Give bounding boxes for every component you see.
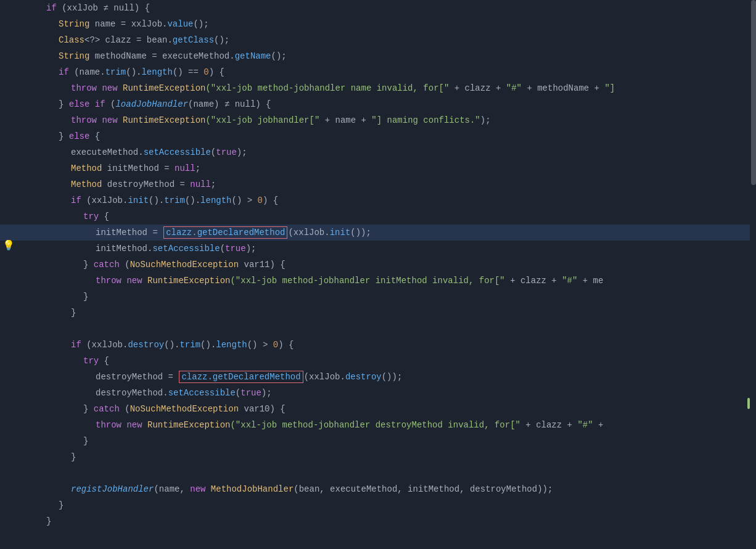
code-line-24: destroyMethod = clazz.getDeclaredMethod(… bbox=[0, 369, 756, 385]
highlighted-method-call: clazz.getDeclaredMethod bbox=[163, 226, 287, 239]
code-token: (). bbox=[164, 340, 179, 350]
code-token: { bbox=[99, 356, 109, 366]
code-token: (). bbox=[126, 67, 141, 77]
code-token: == bbox=[188, 67, 199, 77]
code-token: (name) bbox=[188, 99, 224, 109]
code-token: (); bbox=[271, 51, 286, 61]
code-token: getClass bbox=[173, 35, 214, 45]
code-token: executeMethod. bbox=[71, 147, 144, 157]
code-token: + clazz + bbox=[520, 420, 577, 430]
scrollbar[interactable] bbox=[750, 0, 756, 549]
code-token: NoSuchMethodException bbox=[130, 260, 239, 270]
code-token: 0 bbox=[258, 196, 263, 205]
code-token: ; bbox=[211, 180, 216, 189]
code-token: catch bbox=[94, 404, 120, 414]
code-token: setAccessible bbox=[168, 388, 236, 398]
code-token: } bbox=[46, 516, 51, 526]
code-token: if bbox=[71, 340, 81, 350]
code-token: methodName = executeMethod. bbox=[89, 51, 234, 61]
code-line-16: initMethod.setAccessible(true); bbox=[0, 241, 756, 257]
code-token: { bbox=[89, 131, 100, 141]
code-line-5: if (name.trim().length() == 0) { bbox=[0, 64, 756, 80]
code-token: if bbox=[71, 196, 81, 205]
code-token: throw bbox=[96, 276, 121, 286]
code-token: true bbox=[225, 244, 246, 254]
code-token: + methodName + bbox=[522, 83, 604, 93]
code-token: null bbox=[175, 163, 195, 173]
code-token: null bbox=[190, 180, 211, 189]
code-token: + me bbox=[577, 276, 603, 286]
code-token: MethodJobHandler bbox=[211, 484, 294, 494]
green-line-indicator bbox=[747, 398, 750, 409]
code-line-20: } bbox=[0, 305, 756, 321]
code-token: (). bbox=[149, 196, 164, 205]
code-token: ( bbox=[211, 147, 216, 157]
code-token: if bbox=[46, 3, 57, 13]
code-token: (xxlJob. bbox=[304, 372, 345, 382]
code-line-28: } bbox=[0, 433, 756, 449]
code-token: { bbox=[99, 212, 109, 221]
code-token: (xxlJob bbox=[57, 3, 104, 13]
code-token: ≠ bbox=[224, 99, 229, 109]
code-token: ()); bbox=[350, 228, 371, 237]
scrollbar-thumb[interactable] bbox=[751, 0, 756, 185]
code-token: NoSuchMethodException bbox=[130, 404, 239, 414]
code-token: new bbox=[102, 83, 117, 93]
code-line-10: executeMethod.setAccessible(true); bbox=[0, 144, 756, 160]
code-line-19: } bbox=[0, 289, 756, 305]
code-token: length bbox=[216, 340, 247, 350]
code-token: init bbox=[128, 196, 149, 205]
code-token: destroyMethod = bbox=[96, 372, 178, 382]
code-token: ; bbox=[195, 163, 200, 173]
code-token: try bbox=[83, 356, 99, 366]
code-token: ( bbox=[120, 260, 130, 270]
code-token: length bbox=[141, 67, 172, 77]
code-token: destroyMethod = bbox=[102, 180, 190, 189]
code-token: else bbox=[69, 131, 90, 141]
lightbulb-icon[interactable]: 💡 bbox=[2, 239, 15, 252]
code-line-14: try { bbox=[0, 208, 756, 225]
code-line-17: } catch (NoSuchMethodException var11) { bbox=[0, 257, 756, 273]
code-token: Method bbox=[71, 163, 102, 173]
code-token: ( bbox=[220, 244, 225, 254]
code-token: String bbox=[59, 19, 89, 29]
code-token: } bbox=[59, 131, 69, 141]
code-token: throw bbox=[71, 115, 97, 125]
code-token: } bbox=[83, 404, 94, 414]
code-token: var10) { bbox=[239, 404, 286, 414]
code-token: } bbox=[83, 436, 88, 446]
code-line-8: throw new RuntimeException("xxl-job jobh… bbox=[0, 112, 756, 128]
highlighted-method-call: clazz.getDeclaredMethod bbox=[179, 371, 303, 383]
code-token: null) { bbox=[229, 99, 271, 109]
code-token: RuntimeException bbox=[147, 276, 230, 286]
code-token: var11) { bbox=[239, 260, 286, 270]
code-token: init bbox=[330, 228, 351, 237]
code-token: initMethod = bbox=[96, 228, 163, 237]
code-token: } bbox=[59, 99, 69, 109]
code-token: (). bbox=[200, 340, 216, 350]
code-token: value bbox=[167, 19, 193, 29]
code-token bbox=[142, 420, 147, 430]
code-token: new bbox=[126, 420, 142, 430]
code-line-1: if (xxlJob ≠ null) { bbox=[0, 0, 756, 16]
code-token: RuntimeException bbox=[123, 115, 205, 125]
code-token: ) { bbox=[278, 340, 294, 350]
code-token: "#" bbox=[506, 83, 522, 93]
code-line-18: throw new RuntimeException("xxl-job meth… bbox=[0, 273, 756, 289]
code-line-6: throw new RuntimeException("xxl-job meth… bbox=[0, 80, 756, 96]
code-token: } bbox=[59, 500, 64, 510]
code-line-33: } bbox=[0, 513, 756, 529]
code-token: "#" bbox=[562, 276, 577, 286]
code-token bbox=[97, 115, 102, 125]
code-line-22: if (xxlJob.destroy().trim().length() > 0… bbox=[0, 337, 756, 353]
code-token: "] bbox=[604, 83, 615, 93]
code-line-12: Method destroyMethod = null; bbox=[0, 176, 756, 192]
code-token: RuntimeException bbox=[147, 420, 230, 430]
code-token: ); bbox=[237, 147, 247, 157]
code-token: + name + bbox=[319, 115, 371, 125]
code-token: ≠ bbox=[103, 3, 108, 13]
code-line-27: throw new RuntimeException("xxl-job meth… bbox=[0, 417, 756, 433]
code-line-9: } else { bbox=[0, 128, 756, 144]
code-token: destroy bbox=[345, 372, 382, 382]
code-token: } bbox=[83, 260, 94, 270]
